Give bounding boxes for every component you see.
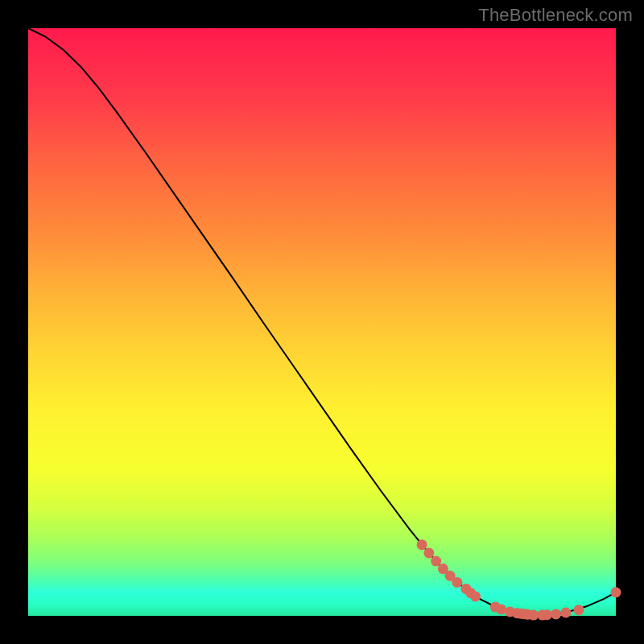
data-point — [423, 547, 434, 558]
chart-svg — [28, 28, 616, 616]
data-point — [470, 591, 481, 601]
plot-area — [28, 28, 616, 616]
bottleneck-curve — [28, 28, 616, 615]
data-point — [611, 587, 621, 597]
watermark-text: TheBottleneck.com — [478, 5, 633, 26]
chart-stage: TheBottleneck.com — [0, 0, 644, 644]
data-point — [574, 605, 584, 615]
data-point — [452, 577, 462, 588]
data-point — [417, 539, 427, 550]
data-point — [496, 604, 506, 614]
data-points — [417, 539, 621, 620]
data-point — [560, 607, 571, 617]
data-point — [551, 609, 561, 619]
